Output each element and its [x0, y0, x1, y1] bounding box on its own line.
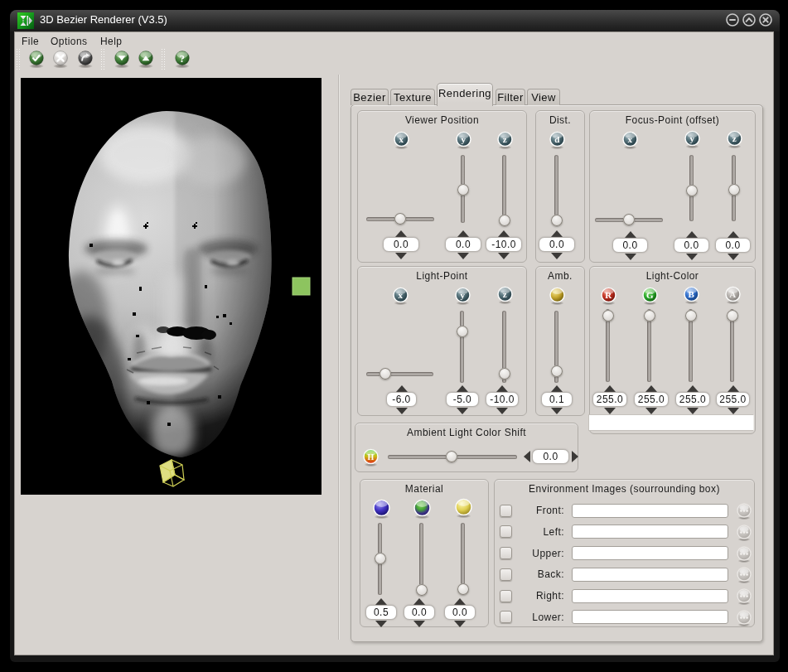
svg-text:z: z: [732, 133, 736, 143]
svg-text:d: d: [554, 133, 560, 143]
svg-text:y: y: [460, 289, 465, 299]
svg-text:y: y: [461, 133, 466, 143]
svg-text:H: H: [367, 452, 374, 461]
svg-text:G: G: [645, 289, 653, 299]
svg-text:x: x: [399, 133, 404, 143]
svg-text:A: A: [729, 288, 736, 298]
svg-text:B: B: [688, 288, 694, 298]
svg-text:R: R: [605, 289, 612, 299]
svg-text:z: z: [502, 133, 506, 143]
svg-text:?: ?: [180, 53, 186, 65]
svg-text:x: x: [398, 289, 403, 299]
svg-text:x: x: [627, 133, 632, 143]
svg-text:y: y: [689, 133, 694, 143]
svg-text:z: z: [502, 288, 506, 298]
